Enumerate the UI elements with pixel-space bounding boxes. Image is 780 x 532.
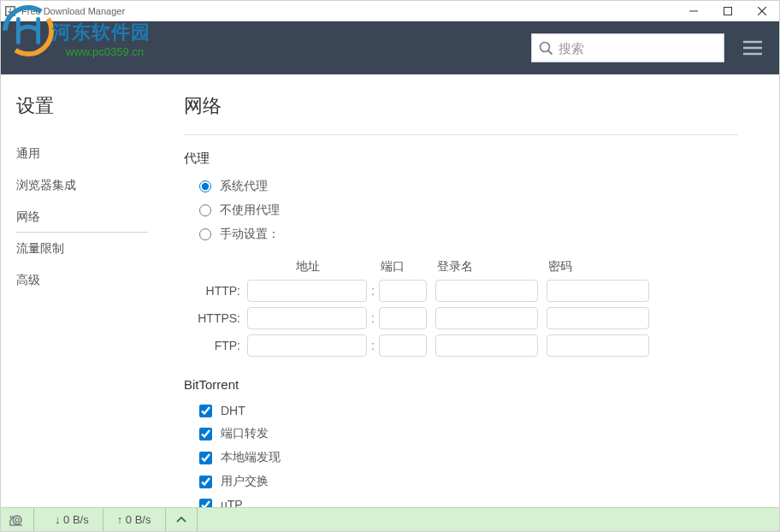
search-box[interactable] (531, 33, 724, 62)
sidebar-item-advanced[interactable]: 高级 (16, 266, 148, 296)
close-button[interactable] (745, 1, 779, 21)
bt-label-dht: DHT (221, 404, 245, 417)
titlebar: Free Download Manager (1, 1, 779, 21)
https-login-input[interactable] (435, 307, 538, 329)
bt-option-portforward[interactable]: 端口转发 (199, 426, 738, 441)
bt-label-localdiscovery: 本地端发现 (221, 450, 281, 465)
bt-label-portforward: 端口转发 (221, 426, 269, 441)
statusbar-expand-button[interactable] (176, 508, 198, 531)
sidebar-item-general[interactable]: 通用 (16, 139, 148, 169)
bittorrent-check-group: DHT 端口转发 本地端发现 用户交换 uTP (184, 404, 738, 509)
proxy-header-addr: 地址 (247, 259, 367, 275)
ftp-login-input[interactable] (435, 334, 538, 357)
chevron-up-icon (176, 517, 186, 523)
proxy-radio-system[interactable] (199, 180, 211, 192)
proxy-header-pass: 密码 (547, 259, 649, 275)
proxy-radio-none[interactable] (199, 204, 211, 216)
ftp-addr-input[interactable] (247, 334, 367, 357)
main-panel: 网络 代理 系统代理 不使用代理 手动设置： 地址 端口 (163, 74, 779, 509)
sidebar-title: 设置 (16, 93, 148, 119)
page-title: 网络 (184, 93, 738, 135)
sidebar: 设置 通用 浏览器集成 网络 流量限制 高级 (1, 74, 163, 509)
download-speed: ↓ 0 B/s (48, 508, 103, 531)
proxy-table: 地址 端口 登录名 密码 HTTP: : HTTPS: (184, 259, 738, 357)
proxy-header-port: 端口 (379, 259, 427, 275)
proxy-proto-ftp: FTP: (191, 339, 247, 352)
topbar (1, 21, 779, 74)
http-port-input[interactable] (379, 280, 427, 302)
proxy-row-https: HTTPS: : (191, 307, 738, 329)
maximize-button[interactable] (711, 1, 745, 21)
svg-rect-4 (724, 8, 732, 15)
bt-label-peerexchange: 用户交换 (221, 474, 269, 489)
proxy-option-none[interactable]: 不使用代理 (199, 203, 738, 218)
search-input[interactable] (558, 41, 717, 56)
proxy-section-title: 代理 (184, 151, 738, 167)
search-icon (539, 41, 553, 56)
statusbar: ↓ 0 B/s ↑ 0 B/s (1, 507, 779, 531)
proxy-label-none: 不使用代理 (220, 203, 280, 218)
proxy-radio-group: 系统代理 不使用代理 手动设置： (184, 179, 738, 242)
http-pass-input[interactable] (547, 280, 649, 302)
proxy-proto-http: HTTP: (191, 284, 247, 298)
hamburger-menu-button[interactable] (736, 33, 769, 62)
ftp-pass-input[interactable] (547, 334, 649, 357)
sidebar-item-network[interactable]: 网络 (16, 203, 148, 233)
proxy-radio-manual[interactable] (199, 228, 211, 240)
proxy-header-login: 登录名 (435, 259, 538, 275)
app-icon (4, 5, 16, 17)
svg-point-13 (15, 517, 20, 522)
bt-check-localdiscovery[interactable] (199, 452, 212, 464)
ftp-port-input[interactable] (379, 334, 427, 357)
proxy-row-http: HTTP: : (191, 280, 738, 302)
https-addr-input[interactable] (247, 307, 367, 329)
window-title: Free Download Manager (21, 6, 125, 16)
proxy-label-manual: 手动设置： (220, 227, 280, 242)
proxy-option-system[interactable]: 系统代理 (199, 179, 738, 194)
sidebar-item-browser[interactable]: 浏览器集成 (16, 171, 148, 201)
http-addr-input[interactable] (247, 280, 367, 302)
proxy-option-manual[interactable]: 手动设置： (199, 227, 738, 242)
bittorrent-section-title: BitTorrent (184, 377, 738, 392)
upload-speed: ↑ 0 B/s (110, 508, 166, 531)
bt-check-portforward[interactable] (199, 428, 212, 440)
svg-point-12 (13, 516, 21, 524)
minimize-button[interactable] (677, 1, 711, 21)
svg-line-8 (548, 50, 552, 55)
svg-point-7 (541, 42, 550, 51)
hamburger-icon (743, 40, 762, 56)
http-login-input[interactable] (435, 280, 538, 302)
proxy-label-system: 系统代理 (220, 179, 268, 194)
bt-option-localdiscovery[interactable]: 本地端发现 (199, 450, 738, 465)
proxy-proto-https: HTTPS: (191, 311, 247, 325)
https-pass-input[interactable] (547, 307, 649, 329)
snail-mode-button[interactable] (8, 508, 34, 531)
proxy-row-ftp: FTP: : (191, 334, 738, 357)
snail-icon (8, 513, 25, 527)
bt-option-dht[interactable]: DHT (199, 404, 738, 417)
bt-option-peerexchange[interactable]: 用户交换 (199, 474, 738, 489)
bt-check-dht[interactable] (199, 405, 212, 417)
sidebar-item-traffic[interactable]: 流量限制 (16, 234, 148, 264)
https-port-input[interactable] (379, 307, 427, 329)
bt-check-peerexchange[interactable] (199, 476, 212, 488)
